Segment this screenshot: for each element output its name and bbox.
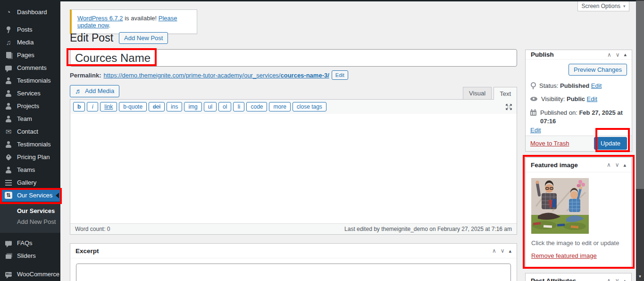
- sidebar-item-our-services[interactable]: ⇅ Our Services: [0, 189, 60, 202]
- post-title-input[interactable]: [70, 49, 517, 67]
- permalink-slug: cources-name-3/: [280, 72, 329, 79]
- sidebar-item-label: Contact: [17, 128, 38, 135]
- quicktag-ins-button[interactable]: ins: [167, 102, 182, 111]
- envelope-icon: ✉: [4, 128, 13, 136]
- sidebar-item-pages[interactable]: Pages: [0, 49, 60, 61]
- move-up-icon[interactable]: ∧: [607, 277, 611, 281]
- sidebar-item-label: Testimonials: [17, 77, 51, 84]
- person-icon: [4, 166, 13, 174]
- update-button[interactable]: Update: [594, 137, 627, 150]
- permalink-link[interactable]: https://demo.themeignite.com/prime-tutor…: [103, 72, 329, 79]
- sidebar-item-teams[interactable]: Teams: [0, 163, 60, 176]
- permalink-row: Permalink: https://demo.themeignite.com/…: [70, 70, 348, 80]
- quicktag-link-button[interactable]: link: [100, 102, 117, 111]
- move-to-trash-link[interactable]: Move to Trash: [530, 140, 569, 147]
- excerpt-textarea[interactable]: [76, 264, 511, 281]
- sidebar-item-media[interactable]: ♫ Media: [0, 36, 60, 49]
- publish-panel-header[interactable]: Publish ∧ ∨ ▴: [526, 50, 632, 60]
- quicktag-close-tags-button[interactable]: close tags: [293, 102, 326, 111]
- media-icon: ♫: [4, 38, 13, 47]
- toggle-panel-icon[interactable]: ▴: [509, 248, 511, 254]
- quicktag-ul-button[interactable]: ul: [204, 102, 217, 111]
- vertical-scrollbar[interactable]: ▼: [636, 0, 644, 281]
- sidebar-item-contact[interactable]: ✉ Contact: [0, 125, 60, 138]
- add-new-post-button[interactable]: Add New Post: [119, 32, 168, 44]
- submenu-item-add-new-post[interactable]: Add New Post: [0, 216, 60, 227]
- wordpress-version-link[interactable]: WordPress 6.7.2: [77, 15, 123, 22]
- quicktag-italic-button[interactable]: i: [87, 102, 98, 111]
- person-icon: [4, 140, 13, 149]
- toggle-panel-icon[interactable]: ▴: [623, 278, 626, 281]
- sidebar-item-label: Our Services: [17, 192, 52, 199]
- status-pin-icon: [530, 82, 535, 89]
- move-up-icon[interactable]: ∧: [607, 51, 611, 58]
- post-attributes-panel-header[interactable]: Post Attributes ∧ ∨ ▴: [526, 273, 631, 281]
- featured-image-title: Featured image: [531, 162, 578, 169]
- move-up-icon[interactable]: ∧: [607, 162, 611, 168]
- sidebar-item-team[interactable]: Team: [0, 112, 60, 125]
- edit-published-date-link[interactable]: Edit: [530, 127, 541, 134]
- quicktag-bold-button[interactable]: b: [73, 102, 85, 111]
- sidebar-item-label: Pages: [17, 51, 34, 59]
- update-nag-notice: WordPress 6.7.2 is available! Please upd…: [70, 9, 197, 34]
- woo-bubble-icon: [4, 270, 13, 279]
- sidebar-item-dashboard[interactable]: ◔ Dashboard: [0, 6, 60, 18]
- featured-image-caption: Click the image to edit or update: [531, 239, 626, 247]
- excerpt-panel: Excerpt ∧ ∨ ▴: [70, 243, 517, 281]
- sidebar-item-testimonials-2[interactable]: Testimonials: [0, 138, 60, 151]
- featured-image-panel-header[interactable]: Featured image ∧ ∨ ▴: [526, 158, 631, 172]
- screen-options-button[interactable]: Screen Options ▾: [577, 1, 629, 11]
- sidebar-item-sliders[interactable]: Sliders: [0, 249, 60, 262]
- post-attributes-title: Post Attributes: [531, 277, 576, 281]
- sidebar-item-gallery[interactable]: Gallery: [0, 176, 60, 189]
- chevron-down-icon: ▾: [623, 4, 626, 9]
- submenu-item-our-services[interactable]: Our Services: [0, 205, 60, 216]
- quicktag-img-button[interactable]: img: [184, 102, 201, 111]
- quicktag-code-button[interactable]: code: [246, 102, 267, 111]
- quicktag-del-button[interactable]: del: [149, 102, 165, 111]
- quicktag-more-button[interactable]: more: [269, 102, 290, 111]
- move-down-icon[interactable]: ∨: [615, 277, 619, 281]
- tab-text[interactable]: Text: [493, 87, 517, 100]
- move-down-icon[interactable]: ∨: [501, 247, 505, 254]
- edit-visibility-link[interactable]: Edit: [587, 95, 597, 102]
- sidebar-item-comments[interactable]: Comments: [0, 61, 60, 74]
- fullscreen-icon[interactable]: [505, 103, 512, 111]
- post-attributes-panel: Post Attributes ∧ ∨ ▴: [525, 273, 632, 281]
- scroll-down-arrow-icon[interactable]: ▼: [636, 273, 644, 280]
- remove-featured-image-link[interactable]: Remove featured image: [531, 252, 597, 259]
- sidebar-item-projects[interactable]: Projects: [0, 100, 60, 112]
- toggle-panel-icon[interactable]: ▴: [624, 51, 627, 58]
- sidebar-item-woocommerce[interactable]: WooCommerce: [0, 268, 60, 281]
- scrollbar-thumb[interactable]: [636, 1, 644, 189]
- pushpin-icon: [4, 26, 13, 34]
- sidebar-item-pricing-plan[interactable]: Pricing Plan: [0, 151, 60, 163]
- quicktag-ol-button[interactable]: ol: [218, 102, 231, 111]
- move-down-icon[interactable]: ∨: [615, 162, 619, 168]
- move-down-icon[interactable]: ∨: [616, 51, 620, 58]
- sidebar-item-posts[interactable]: Posts: [0, 23, 60, 36]
- wordpress-edit-post-page: Screen Options ▾ ◔ Dashboard Posts ♫ Med…: [0, 0, 644, 281]
- quicktag-li-button[interactable]: li: [233, 102, 244, 111]
- preview-changes-button[interactable]: Preview Changes: [569, 64, 627, 76]
- admin-bar-edge: [0, 0, 644, 1]
- sidebar-item-label: Sliders: [17, 252, 36, 259]
- tab-visual[interactable]: Visual: [463, 87, 492, 99]
- featured-image-thumbnail[interactable]: [531, 178, 589, 234]
- word-count: Word count: 0: [75, 226, 110, 232]
- excerpt-panel-header[interactable]: Excerpt ∧ ∨ ▴: [70, 244, 517, 258]
- sidebar-item-services[interactable]: Services: [0, 87, 60, 100]
- last-edited-text: Last edited by themeignite_demo on Febru…: [344, 226, 512, 232]
- notice-text: is available!: [123, 15, 159, 22]
- move-up-icon[interactable]: ∧: [492, 247, 496, 254]
- post-content-textarea[interactable]: [70, 114, 517, 223]
- sidebar-item-testimonials[interactable]: Testimonials: [0, 74, 60, 87]
- permalink-label: Permalink:: [70, 72, 101, 79]
- edit-permalink-button[interactable]: Edit: [332, 70, 348, 80]
- sidebar-item-label: FAQs: [17, 239, 33, 247]
- edit-status-link[interactable]: Edit: [591, 82, 602, 89]
- quicktag-blockquote-button[interactable]: b-quote: [119, 102, 147, 111]
- toggle-panel-icon[interactable]: ▴: [623, 162, 626, 168]
- sidebar-item-faqs[interactable]: FAQs: [0, 237, 60, 249]
- add-media-button[interactable]: ♬ Add Media: [70, 85, 119, 97]
